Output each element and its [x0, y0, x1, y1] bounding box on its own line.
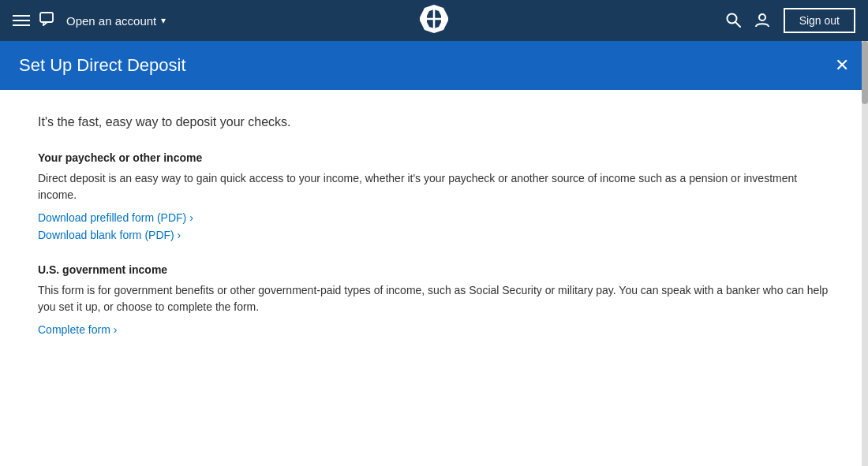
- svg-line-6: [735, 22, 740, 27]
- paycheck-section: Your paycheck or other income Direct dep…: [38, 151, 830, 241]
- open-account-label: Open an account: [66, 14, 156, 28]
- user-account-button[interactable]: [754, 11, 771, 31]
- complete-form-link[interactable]: Complete form ›: [38, 323, 830, 336]
- top-nav: Open an account ▾: [0, 0, 868, 41]
- nav-left: Open an account ▾: [13, 12, 166, 30]
- paycheck-section-title: Your paycheck or other income: [38, 151, 830, 164]
- svg-rect-0: [40, 13, 53, 22]
- intro-text: It's the fast, easy way to deposit your …: [38, 115, 830, 129]
- scrollbar[interactable]: [862, 41, 868, 466]
- svg-point-7: [759, 14, 765, 21]
- sign-out-button[interactable]: Sign out: [784, 8, 855, 33]
- chevron-down-icon: ▾: [161, 15, 166, 26]
- open-account-button[interactable]: Open an account ▾: [66, 14, 166, 28]
- search-icon: [725, 12, 741, 28]
- paycheck-section-body: Direct deposit is an easy way to gain qu…: [38, 170, 830, 203]
- nav-right: Sign out: [725, 8, 855, 33]
- scrollbar-thumb[interactable]: [862, 41, 868, 104]
- government-section-body: This form is for government benefits or …: [38, 282, 830, 315]
- main-content: It's the fast, easy way to deposit your …: [0, 90, 868, 383]
- search-button[interactable]: [725, 12, 741, 30]
- chat-icon: [39, 12, 57, 30]
- government-section-title: U.S. government income: [38, 263, 830, 276]
- download-blank-link[interactable]: Download blank form (PDF) ›: [38, 229, 830, 241]
- page-wrapper: Open an account ▾: [0, 0, 868, 466]
- user-icon: [754, 11, 771, 28]
- page-header: Set Up Direct Deposit ✕: [0, 41, 868, 90]
- download-prefilled-link[interactable]: Download prefilled form (PDF) ›: [38, 211, 830, 224]
- close-button[interactable]: ✕: [835, 57, 849, 74]
- chase-logo: [418, 3, 450, 35]
- hamburger-icon[interactable]: [13, 15, 30, 26]
- page-title: Set Up Direct Deposit: [19, 55, 186, 76]
- government-income-section: U.S. government income This form is for …: [38, 263, 830, 336]
- chase-logo-container: [418, 3, 450, 38]
